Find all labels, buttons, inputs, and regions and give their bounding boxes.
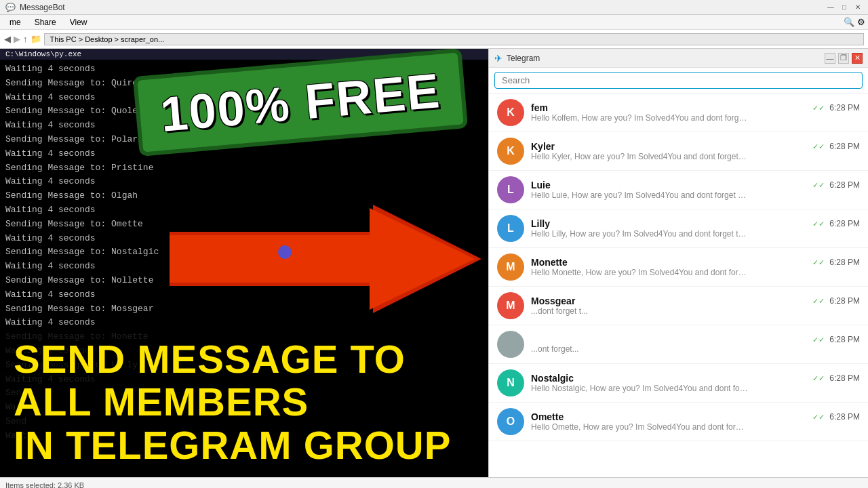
bottom-overlay: SEND MESSAGE TO ALL MEMBERS IN TELEGRAM … bbox=[0, 331, 488, 477]
free-banner-text: 100% FREE bbox=[158, 62, 443, 142]
chat-content: Kyler✓✓ 6:28 PMHello Kyler, How are you?… bbox=[531, 141, 860, 161]
chat-time: ✓✓ 6:28 PM bbox=[812, 412, 860, 422]
tg-close[interactable]: ✕ bbox=[852, 53, 863, 64]
settings-icon[interactable]: ⚙ bbox=[857, 17, 865, 27]
maximize-button[interactable]: □ bbox=[840, 3, 849, 12]
chat-preview: ...ont forget... bbox=[531, 344, 748, 354]
app-title: MessageBot bbox=[20, 3, 65, 12]
chat-item[interactable]: Kfem✓✓ 6:28 PMHello Kolfem, How are you?… bbox=[489, 94, 868, 132]
chat-name: Mossgear bbox=[531, 296, 575, 306]
chat-item[interactable]: OOmette✓✓ 6:28 PMHello Omette, How are y… bbox=[489, 403, 868, 441]
chat-preview: ...dont forget t... bbox=[531, 306, 748, 316]
tg-restore[interactable]: ❐ bbox=[838, 53, 849, 64]
chat-name: Kyler bbox=[531, 141, 555, 152]
cursor bbox=[278, 245, 292, 259]
avatar: K bbox=[497, 138, 524, 165]
chat-content: fem✓✓ 6:28 PMHello Kolfem, How are you? … bbox=[531, 102, 860, 123]
window-controls: — □ ✕ bbox=[826, 3, 863, 12]
search-container bbox=[489, 68, 868, 94]
chat-preview: Hello Monette, How are you? Im Solved4Yo… bbox=[531, 268, 748, 277]
chat-content: Lilly✓✓ 6:28 PMHello Lilly, How are you?… bbox=[531, 218, 860, 239]
avatar: O bbox=[497, 408, 524, 435]
chat-content: Monette✓✓ 6:28 PMHello Monette, How are … bbox=[531, 257, 860, 277]
chat-time: ✓✓ 6:28 PM bbox=[812, 180, 860, 190]
minimize-button[interactable]: — bbox=[826, 3, 835, 12]
chat-time: ✓✓ 6:28 PM bbox=[812, 219, 860, 228]
menu-share[interactable]: Share bbox=[28, 15, 63, 29]
chat-item[interactable]: LLuie✓✓ 6:28 PMHello Luie, How are you? … bbox=[489, 171, 868, 209]
chat-time: ✓✓ 6:28 PM bbox=[812, 103, 860, 113]
chat-name: Monette bbox=[531, 257, 568, 268]
cmd-line: Waiting 4 seconds bbox=[5, 175, 483, 189]
title-bar: 💬 MessageBot — □ ✕ bbox=[0, 0, 868, 15]
red-arrow-icon bbox=[170, 198, 481, 320]
menu-me[interactable]: me bbox=[3, 15, 28, 29]
chat-time: ✓✓ 6:28 PM bbox=[812, 258, 860, 267]
svg-marker-1 bbox=[170, 208, 475, 310]
address-path[interactable]: This PC > Desktop > scraper_on... bbox=[44, 33, 865, 45]
chat-item[interactable]: MMonette✓✓ 6:28 PMHello Monette, How are… bbox=[489, 248, 868, 287]
chat-item[interactable]: LLilly✓✓ 6:28 PMHello Lilly, How are you… bbox=[489, 209, 868, 248]
chat-time: ✓✓ 6:28 PM bbox=[812, 142, 860, 151]
chat-preview: Hello Lilly, How are you? Im Solved4You … bbox=[531, 229, 748, 239]
avatar bbox=[497, 331, 524, 358]
cmd-line: Waiting 4 seconds bbox=[5, 147, 483, 161]
avatar: K bbox=[497, 99, 524, 126]
chat-time: ✓✓ 6:28 PM bbox=[812, 373, 860, 383]
avatar: M bbox=[497, 253, 524, 281]
chat-preview: Hello Kyler, How are you? Im Solved4You … bbox=[531, 152, 748, 161]
telegram-icon: ✈ bbox=[494, 53, 502, 64]
chat-item[interactable]: KKyler✓✓ 6:28 PMHello Kyler, How are you… bbox=[489, 132, 868, 171]
chat-preview: Hello Omette, How are you? Im Solved4You… bbox=[531, 422, 748, 432]
avatar: L bbox=[497, 176, 524, 203]
chat-content: Mossgear✓✓ 6:28 PM...dont forget t... bbox=[531, 296, 860, 316]
menu-view[interactable]: View bbox=[63, 15, 94, 29]
close-button[interactable]: ✕ bbox=[853, 3, 863, 12]
chat-content: Nostalgic✓✓ 6:28 PMHello Nostalgic, How … bbox=[531, 373, 860, 393]
chat-content: Luie✓✓ 6:28 PMHello Luie, How are you? I… bbox=[531, 180, 860, 200]
bottom-text-line2: IN TELEGRAM GROUP bbox=[14, 424, 475, 467]
status-text: Items selected: 2.36 KB bbox=[5, 481, 84, 489]
chat-name: Omette bbox=[531, 411, 564, 422]
tg-minimize[interactable]: — bbox=[825, 53, 835, 64]
telegram-window-controls: — ❐ ✕ bbox=[825, 53, 863, 64]
chat-name: Lilly bbox=[531, 218, 550, 229]
chat-content: Omette✓✓ 6:28 PMHello Omette, How are yo… bbox=[531, 411, 860, 432]
chat-name: Luie bbox=[531, 180, 551, 190]
nav-forward[interactable]: ▶ bbox=[14, 34, 20, 44]
nav-up[interactable]: ↑ bbox=[23, 34, 28, 44]
chat-time: ✓✓ 6:28 PM bbox=[812, 335, 860, 344]
cmd-panel: C:\Windows\py.exe Waiting 4 secondsSendi… bbox=[0, 49, 488, 477]
address-bar: ◀ ▶ ↑ 📁 This PC > Desktop > scraper_on..… bbox=[0, 30, 868, 49]
telegram-title-bar: ✈ Telegram — ❐ ✕ bbox=[489, 49, 868, 68]
chat-name: fem bbox=[531, 102, 548, 113]
menu-bar: me Share View 🔍 ⚙ bbox=[0, 15, 868, 30]
avatar: L bbox=[497, 215, 524, 242]
chat-preview: Hello Kolfem, How are you? Im Solved4You… bbox=[531, 113, 748, 123]
cmd-line: Sending Message to: Pristine bbox=[5, 161, 483, 176]
chat-preview: Hello Luie, How are you? Im Solved4You a… bbox=[531, 190, 748, 200]
search-icon: 🔍 bbox=[844, 17, 854, 27]
chat-item[interactable]: NNostalgic✓✓ 6:28 PMHello Nostalgic, How… bbox=[489, 364, 868, 403]
chat-name: Nostalgic bbox=[531, 373, 574, 384]
chat-item[interactable]: ✓✓ 6:28 PM...ont forget... bbox=[489, 325, 868, 364]
main-area: C:\Windows\py.exe Waiting 4 secondsSendi… bbox=[0, 49, 868, 477]
chat-content: ✓✓ 6:28 PM...ont forget... bbox=[531, 335, 860, 354]
status-bar: Items selected: 2.36 KB bbox=[0, 477, 868, 488]
avatar: N bbox=[497, 369, 524, 396]
title-bar-icon: 💬 bbox=[5, 3, 16, 12]
bottom-text-line1: SEND MESSAGE TO ALL MEMBERS bbox=[14, 338, 475, 424]
telegram-panel: ✈ Telegram — ❐ ✕ Kfem✓✓ 6:28 PMHello Kol… bbox=[488, 49, 868, 477]
search-input[interactable] bbox=[494, 72, 863, 89]
chat-list: Kfem✓✓ 6:28 PMHello Kolfem, How are you?… bbox=[489, 94, 868, 477]
chat-time: ✓✓ 6:28 PM bbox=[812, 296, 860, 306]
avatar: M bbox=[497, 292, 524, 319]
nav-back[interactable]: ◀ bbox=[4, 34, 11, 44]
chat-item[interactable]: MMossgear✓✓ 6:28 PM...dont forget t... bbox=[489, 287, 868, 325]
folder-icon: 📁 bbox=[31, 34, 41, 44]
telegram-title: Telegram bbox=[507, 54, 540, 63]
chat-preview: Hello Nostalgic, How are you? Im Solved4… bbox=[531, 384, 748, 393]
arrow-overlay bbox=[170, 198, 481, 323]
